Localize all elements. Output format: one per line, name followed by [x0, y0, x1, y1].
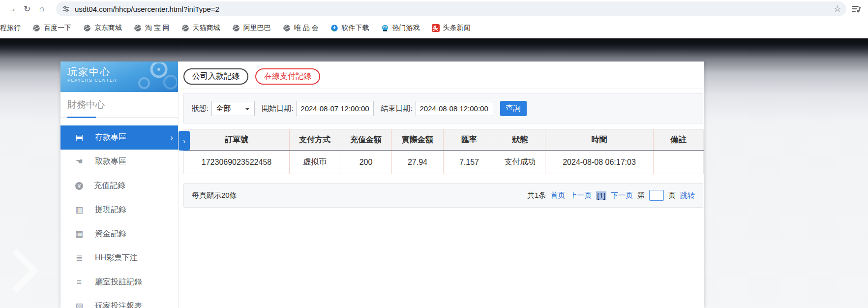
deposit-card-icon: ▤: [74, 132, 84, 143]
table-header-row: 訂單號 支付方式 充值金額 實際金額 匯率 狀態 時間 備註: [184, 130, 704, 151]
toutiao-news-icon: 头: [432, 24, 440, 32]
bookmark-item[interactable]: 淘 宝 网: [134, 24, 170, 32]
col-time: 時間: [545, 130, 654, 151]
globe-favicon-icon: [83, 24, 91, 32]
main-content: 公司入款記錄 在線支付記錄 狀態: 全部 開始日期: 結束日期: 查詢: [179, 62, 704, 308]
sidebar-section-finance-center: 財務中心: [60, 92, 178, 118]
next-page-link[interactable]: 下一页: [611, 191, 633, 200]
pagination-controls: 共1条 首页 上一页 [1] 下一页 第 页 跳转: [527, 190, 695, 201]
jump-action-link[interactable]: 跳转: [680, 191, 695, 200]
table-row: 1723069023522458 虚拟币 200 27.94 7.157 支付成…: [184, 151, 704, 174]
sidebar-item-recharge-records[interactable]: ¥ 充值記錄: [60, 174, 178, 198]
col-order-number: 訂單號: [184, 130, 290, 151]
first-page-link[interactable]: 首页: [550, 191, 565, 200]
bookmark-star-icon[interactable]: ☆: [834, 3, 841, 14]
list-items-icon: ≡: [74, 277, 84, 287]
jump-prefix-label: 第: [637, 191, 645, 200]
wallet-coins-icon: ▦: [74, 229, 84, 239]
filter-bar: 狀態: 全部 開始日期: 結束日期: 查詢: [183, 93, 703, 123]
sidebar-item-withdraw-zone[interactable]: ☚ 取款專區: [60, 150, 178, 174]
forward-icon[interactable]: →: [5, 1, 20, 16]
game-penguin-icon: [381, 24, 389, 32]
url-text[interactable]: usdt04.com/hhcp/usercenter.html?iniType=…: [75, 5, 830, 13]
tab-online-payment-records[interactable]: 在線支付記錄: [255, 68, 320, 85]
cell-payment-method: 虚拟币: [290, 151, 340, 174]
cell-remark: [654, 151, 704, 174]
payment-records-table: 訂單號 支付方式 充值金額 實際金額 匯率 狀態 時間 備註 172306902…: [183, 129, 704, 174]
sidebar-item-player-bet-report[interactable]: ▨ 玩家投注報表: [60, 294, 178, 308]
chevron-right-icon: ›: [170, 133, 173, 143]
pagination-bar: 每頁顯示20條 共1条 首页 上一页 [1] 下一页 第 页 跳转: [183, 183, 703, 208]
total-count-text: 共1条: [527, 191, 546, 200]
globe-favicon-icon: [283, 24, 291, 32]
globe-favicon-icon: [181, 24, 189, 32]
tab-company-deposit-records[interactable]: 公司入款記錄: [183, 68, 248, 85]
report-icon: ▨: [74, 301, 84, 308]
end-date-input[interactable]: [416, 101, 493, 116]
bookmark-item[interactable]: 软件下载: [330, 24, 369, 32]
cell-time: 2024-08-08 06:17:03: [545, 151, 654, 174]
end-date-label: 結束日期:: [381, 104, 412, 113]
cell-actual-amount: 27.94: [392, 151, 444, 174]
jump-page-input[interactable]: [649, 190, 664, 201]
withdraw-hand-icon: ☚: [74, 156, 84, 167]
site-info-tune-icon[interactable]: [62, 5, 70, 13]
sidebar-menu: ▤ 存款專區 › ☚ 取款專區 ¥ 充值記錄 ▥ 提現記錄 ▦: [60, 125, 178, 308]
col-actual-amount: 實際金額: [392, 130, 444, 151]
sidebar-header: 玩家中心 PLAYERS CENTER: [60, 62, 178, 92]
gamepad-decoration-icon: [130, 62, 177, 90]
sidebar: 玩家中心 PLAYERS CENTER 財務中心 ▤ 存款專區 › ☚: [60, 62, 179, 308]
sidebar-item-deposit-zone[interactable]: ▤ 存款專區 ›: [60, 125, 178, 150]
col-exchange-rate: 匯率: [444, 130, 495, 151]
sidebar-item-withdrawal-records[interactable]: ▥ 提現記錄: [60, 198, 178, 222]
col-remark: 備註: [654, 130, 704, 151]
bookmark-item[interactable]: 京东商城: [83, 24, 122, 32]
globe-favicon-icon: [232, 24, 240, 32]
bookmark-item[interactable]: 热门游戏: [381, 24, 420, 32]
col-payment-method: 支付方式: [290, 130, 340, 151]
cell-recharge-amount: 200: [340, 151, 392, 174]
bookmark-item[interactable]: 程旅行: [0, 24, 21, 32]
bookmark-item[interactable]: 头 头条新闻: [432, 24, 471, 32]
bookmarks-bar: 程旅行 百度一下 京东商城 淘 宝 网 天猫商城 阿里巴巴 唯 品 会 软件下载…: [0, 18, 868, 38]
search-button[interactable]: 查詢: [500, 101, 527, 116]
browser-toolbar: → ↻ ⌂ usdt04.com/hhcp/usercenter.html?in…: [0, 0, 868, 18]
bookmark-item[interactable]: 阿里巴巴: [232, 24, 271, 32]
sidebar-item-hh-lottery-bets[interactable]: ≣ HH彩票下注: [60, 246, 178, 270]
player-center-panel: 玩家中心 PLAYERS CENTER 財務中心 ▤ 存款專區 › ☚: [60, 62, 704, 308]
prev-page-link[interactable]: 上一页: [569, 191, 592, 200]
bookmark-item[interactable]: 唯 品 会: [283, 24, 319, 32]
address-bar[interactable]: usdt04.com/hhcp/usercenter.html?iniType=…: [56, 1, 846, 16]
sidebar-item-room-bet-records[interactable]: ≡ 廳室投註記錄: [60, 270, 178, 294]
wallet-icon: ▥: [74, 205, 84, 215]
globe-favicon-icon: [32, 24, 40, 32]
ticket-list-icon: ≣: [74, 253, 84, 263]
page-background: 玩家中心 PLAYERS CENTER 財務中心 ▤ 存款專區 › ☚: [0, 38, 868, 308]
globe-favicon-icon: [134, 24, 142, 32]
software-download-icon: [330, 24, 338, 32]
status-label: 狀態:: [192, 104, 209, 113]
cell-exchange-rate: 7.157: [444, 151, 495, 174]
money-bag-icon: ¥: [75, 182, 83, 190]
cell-order-number: 1723069023522458: [184, 151, 290, 174]
background-arrow-decoration: [0, 248, 39, 293]
cell-status: 支付成功: [495, 151, 545, 174]
current-page-indicator: [1]: [596, 191, 606, 200]
col-recharge-amount: 充值金額: [340, 130, 392, 151]
jump-suffix-label: 页: [668, 191, 676, 200]
media-playlist-icon[interactable]: [851, 5, 861, 13]
bookmark-item[interactable]: 百度一下: [32, 24, 71, 32]
page-size-text: 每頁顯示20條: [192, 191, 237, 200]
reload-icon[interactable]: ↻: [20, 1, 34, 16]
submenu-expand-handle[interactable]: ›: [179, 131, 190, 151]
start-date-label: 開始日期:: [262, 104, 293, 113]
home-icon[interactable]: ⌂: [34, 1, 49, 16]
bookmark-item[interactable]: 天猫商城: [181, 24, 220, 32]
col-status: 狀態: [495, 130, 545, 151]
status-select[interactable]: 全部: [211, 101, 255, 116]
start-date-input[interactable]: [296, 101, 374, 116]
record-tabs: 公司入款記錄 在線支付記錄: [183, 62, 703, 89]
sidebar-item-fund-records[interactable]: ▦ 資金記錄: [60, 222, 178, 246]
